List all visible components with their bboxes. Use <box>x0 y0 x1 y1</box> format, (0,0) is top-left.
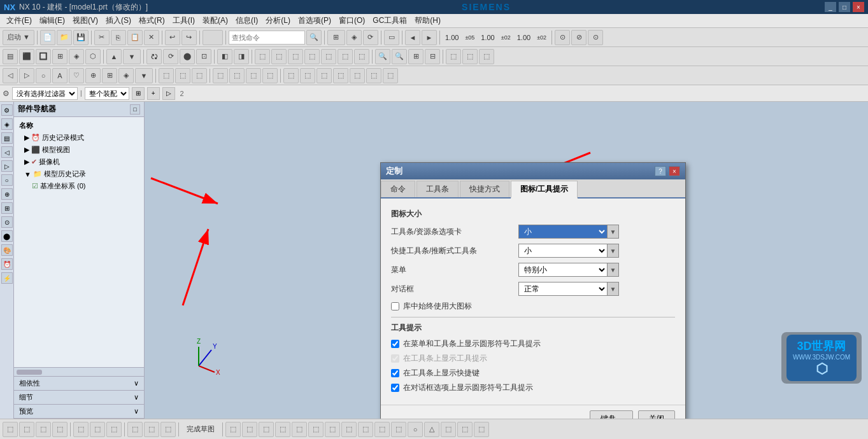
t2-btn4[interactable]: ⊞ <box>52 49 68 64</box>
t2-btn7[interactable]: ▲ <box>106 49 122 64</box>
t2-btn6[interactable]: ⬡ <box>85 49 101 64</box>
bottom-btn8[interactable]: ⬚ <box>127 422 143 437</box>
menu-gctoolbox[interactable]: GC工具箱 <box>369 14 411 27</box>
tree-model-view[interactable]: ▶ ⬛ 模型视图 <box>17 144 141 156</box>
tooltip-label-1[interactable]: 在菜单和工具条上显示圆形符号工具提示 <box>403 338 541 349</box>
t2-more7[interactable]: ⬚ <box>354 49 369 64</box>
t2-end2[interactable]: ⬚ <box>462 49 478 64</box>
t3-more1[interactable]: ⬚ <box>159 68 174 83</box>
search-button[interactable]: 🔍 <box>306 30 322 45</box>
tab-toolbar[interactable]: 工具条 <box>416 181 459 197</box>
delete-button[interactable]: ✕ <box>144 30 159 45</box>
left-icon-9[interactable]: ⊙ <box>1 216 13 228</box>
bottom-btn4[interactable]: ⬚ <box>52 422 68 437</box>
t3-end3[interactable]: ⬚ <box>333 68 348 83</box>
t3-btn8[interactable]: ◈ <box>118 68 134 83</box>
menu-file[interactable]: 文件(E) <box>3 14 36 27</box>
bottom-btn25[interactable]: ⬚ <box>457 422 473 437</box>
t2-btn10[interactable]: ⟳ <box>163 49 178 64</box>
shape-button[interactable]: ▭ <box>384 30 399 45</box>
menu-assembly[interactable]: 装配(A) <box>199 14 232 27</box>
bottom-btn23[interactable]: △ <box>424 422 439 437</box>
left-icon-6[interactable]: ○ <box>1 174 13 186</box>
left-icon-13[interactable]: ⚡ <box>1 272 13 284</box>
cut-button[interactable]: ✂ <box>94 30 110 45</box>
grid-button[interactable]: ⊞ <box>327 30 345 45</box>
dropdown-arrow-1[interactable]: ▼ <box>608 225 619 239</box>
assembly-select[interactable]: 整个装配 <box>85 87 129 100</box>
close-dialog-button[interactable]: 关闭 <box>638 410 675 419</box>
left-icon-5[interactable]: ▷ <box>1 160 13 172</box>
tree-model-history[interactable]: ▼ 📁 模型历史记录 <box>17 168 141 180</box>
t2-btn2[interactable]: ⬛ <box>19 49 34 64</box>
t3-more5[interactable]: ⬚ <box>229 68 245 83</box>
left-icon-1[interactable]: ⚙ <box>1 104 13 116</box>
tab-shortcut[interactable]: 快捷方式 <box>460 181 509 197</box>
left-icon-8[interactable]: ⊞ <box>1 202 13 214</box>
dropdown-arrow-3[interactable]: ▼ <box>608 263 619 277</box>
bottom-btn15[interactable]: ⬚ <box>292 422 307 437</box>
arrow-left[interactable]: ◄ <box>405 30 420 45</box>
bottom-btn10[interactable]: ⬚ <box>160 422 176 437</box>
select-dialog-size[interactable]: 正常 特别小 小 大 <box>518 282 608 296</box>
menu-format[interactable]: 格式(R) <box>135 14 169 27</box>
menu-info[interactable]: 信息(I) <box>232 14 262 27</box>
bottom-btn2[interactable]: ⬚ <box>19 422 34 437</box>
t2-btn1[interactable]: ▤ <box>3 49 18 64</box>
library-checkbox[interactable] <box>391 302 399 310</box>
t3-more2[interactable]: ⬚ <box>175 68 190 83</box>
t3-btn3[interactable]: ○ <box>36 68 51 83</box>
t2-more4[interactable]: ⬚ <box>304 49 320 64</box>
t3-end2[interactable]: ⬚ <box>317 68 332 83</box>
copy-button[interactable]: ⎘ <box>111 30 126 45</box>
t3-btn7[interactable]: ⊞ <box>102 68 117 83</box>
sidebar-scrollbar[interactable] <box>14 367 144 376</box>
tree-history-mode[interactable]: ▶ ⏰ 历史记录模式 <box>17 132 141 144</box>
t2-btn11[interactable]: ⬤ <box>180 49 195 64</box>
filter-btn3[interactable]: ▷ <box>162 87 175 100</box>
bottom-btn14[interactable]: ⬚ <box>275 422 290 437</box>
bottom-btn9[interactable]: ⬚ <box>144 422 159 437</box>
bottom-btn11[interactable]: ⬚ <box>225 422 241 437</box>
tooltip-label-4[interactable]: 在对话框选项上显示圆形符号工具提示 <box>403 382 533 393</box>
left-icon-7[interactable]: ⊕ <box>1 188 13 200</box>
new-button[interactable]: 📄 <box>40 30 55 45</box>
minimize-button[interactable]: _ <box>825 2 836 12</box>
t2-btn5[interactable]: ◈ <box>69 49 84 64</box>
t3-end6[interactable]: ⬚ <box>383 68 398 83</box>
undo-button[interactable]: ↩ <box>165 30 180 45</box>
menu-tools[interactable]: 工具(I) <box>169 14 199 27</box>
t3-more8[interactable]: ⬚ <box>283 68 299 83</box>
t3-end1[interactable]: ⬚ <box>300 68 315 83</box>
menu-window[interactable]: 窗口(O) <box>335 14 369 27</box>
t2-btn12[interactable]: ⊡ <box>196 49 211 64</box>
bottom-btn13[interactable]: ⬚ <box>259 422 274 437</box>
left-icon-11[interactable]: 🎨 <box>1 244 13 256</box>
keyboard-button[interactable]: 键盘... <box>590 410 633 419</box>
t2-more1[interactable]: ⬚ <box>255 49 270 64</box>
library-checkbox-label[interactable]: 库中始终使用大图标 <box>403 301 472 312</box>
accordion-detail-header[interactable]: 细节 ∨ <box>14 391 144 404</box>
bottom-btn22[interactable]: ○ <box>408 422 423 437</box>
menu-preferences[interactable]: 首选项(P) <box>294 14 335 27</box>
paste-button[interactable]: 📋 <box>127 30 143 45</box>
bottom-btn19[interactable]: ⬚ <box>358 422 373 437</box>
rotate-button[interactable]: ⟳ <box>363 30 378 45</box>
tooltip-label-3[interactable]: 在工具条上显示快捷键 <box>403 368 480 379</box>
tab-command[interactable]: 命令 <box>381 181 415 197</box>
t3-btn2[interactable]: ▷ <box>19 68 34 83</box>
t3-btn5[interactable]: ♡ <box>69 68 84 83</box>
filter-btn1[interactable]: ⊞ <box>132 87 145 100</box>
t2-view2[interactable]: ◨ <box>234 49 249 64</box>
extra-btn1[interactable]: ⊙ <box>555 30 570 45</box>
t3-end5[interactable]: ⬚ <box>366 68 381 83</box>
t3-btn4[interactable]: A <box>52 68 68 83</box>
left-icon-10[interactable]: ⬤ <box>1 230 13 242</box>
bottom-btn26[interactable]: ⬚ <box>474 422 489 437</box>
tab-icon-tooltip[interactable]: 图标/工具提示 <box>511 181 578 199</box>
bottom-btn1[interactable]: ⬚ <box>3 422 18 437</box>
bottom-btn6[interactable]: ⬚ <box>90 422 105 437</box>
t2-zoom3[interactable]: ⊞ <box>408 49 423 64</box>
canvas-area[interactable]: X Y Z Y X 3D世界网 WWW.3DSJW.COM ⬡ <box>145 102 868 419</box>
tooltip-checkbox-1[interactable] <box>391 340 399 348</box>
